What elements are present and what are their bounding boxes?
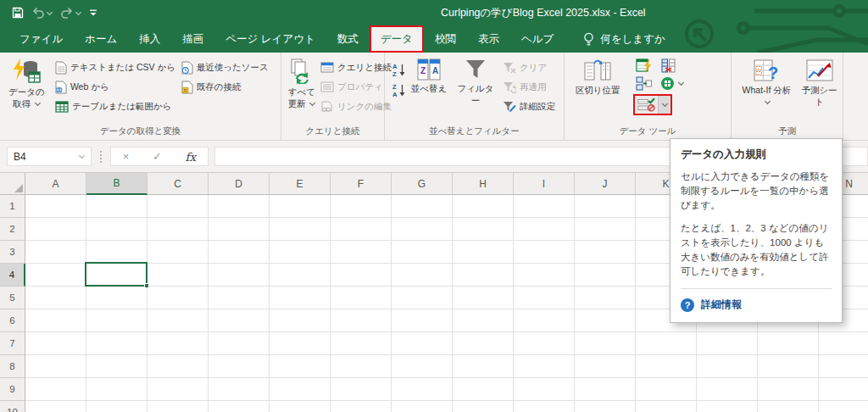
ribbon-group-data-tools: 区切り位置 (565, 53, 732, 140)
row-header-10[interactable]: 10 (0, 401, 25, 412)
group-label-data-tools: データ ツール (565, 125, 731, 137)
filter-label: フィルター (454, 83, 497, 106)
clear-filter-button[interactable]: クリア (503, 60, 555, 75)
tell-me-label: 何をしますか (600, 32, 665, 47)
group-label-forecast: 予測 (732, 125, 843, 137)
properties-button[interactable]: プロパティ (320, 80, 392, 94)
column-header-j[interactable]: J (575, 173, 636, 195)
consolidate-button[interactable] (636, 76, 652, 91)
chevron-down-icon (79, 153, 85, 159)
select-all-corner[interactable] (0, 173, 25, 195)
tab-formulas[interactable]: 数式 (326, 25, 370, 53)
what-if-analysis-button[interactable]: ? What-If 分析 (736, 55, 798, 123)
svg-text:Z: Z (420, 66, 426, 75)
tell-me-search[interactable]: 何をしますか (576, 25, 671, 53)
from-table-range-label: テーブルまたは範囲から (72, 101, 171, 113)
svg-text:A: A (392, 90, 398, 97)
tab-file[interactable]: ファイル (8, 25, 74, 53)
enter-button[interactable]: ✓ (153, 151, 162, 162)
row-header-5[interactable]: 5 (0, 287, 25, 309)
selected-cell-b4[interactable] (85, 262, 147, 287)
from-web-button[interactable]: Web から (55, 80, 176, 94)
edit-links-button[interactable]: リンクの編集 (320, 99, 392, 114)
tab-home[interactable]: ホーム (74, 25, 128, 53)
tab-help[interactable]: ヘルプ (510, 25, 565, 53)
from-text-csv-label: テキストまたは CSV から (70, 62, 175, 74)
flash-fill-icon (636, 58, 652, 73)
column-header-d[interactable]: D (209, 173, 270, 195)
row-header-7[interactable]: 7 (0, 332, 25, 355)
recent-sources-icon (181, 61, 193, 75)
column-header-c[interactable]: C (147, 173, 209, 195)
data-validation-tooltip: データの入力規則 セルに入力できるデータの種類を制限するルールを一覧の中から選び… (670, 138, 843, 323)
from-web-label: Web から (70, 81, 109, 93)
tab-data[interactable]: データ (370, 25, 424, 53)
queries-connections-button[interactable]: クエリと接続 (320, 60, 392, 75)
redo-icon (60, 7, 74, 19)
undo-icon (31, 7, 45, 19)
text-csv-file-icon (55, 61, 67, 75)
formula-bar-separator (100, 151, 102, 163)
sort-ascending-button[interactable]: A Z (392, 62, 406, 76)
redo-button[interactable] (60, 7, 81, 19)
filter-button[interactable]: フィルター (452, 55, 499, 123)
flash-fill-button[interactable] (636, 58, 652, 73)
tab-view[interactable]: 表示 (467, 25, 510, 53)
what-if-analysis-icon: ? (754, 58, 781, 82)
text-to-columns-button[interactable]: 区切り位置 (568, 55, 627, 123)
column-header-b[interactable]: B (86, 173, 147, 195)
recent-sources-button[interactable]: 最近使ったソース (181, 60, 279, 75)
forecast-sheet-button[interactable]: 予測シート (798, 55, 841, 123)
row-header-4[interactable]: 4 (0, 264, 25, 287)
cancel-button[interactable]: × (123, 151, 130, 162)
insert-function-button[interactable]: fx (186, 150, 197, 164)
reapply-filter-button[interactable]: 再適用 (503, 80, 555, 94)
from-table-range-button[interactable]: テーブルまたは範囲から (55, 99, 176, 114)
edit-links-label: リンクの編集 (337, 101, 392, 113)
tab-page-layout[interactable]: ページ レイアウト (214, 25, 326, 53)
column-header-g[interactable]: G (392, 173, 453, 195)
from-text-csv-button[interactable]: テキストまたは CSV から (55, 60, 176, 75)
forecast-sheet-label: 予測シート (801, 85, 838, 108)
tab-insert[interactable]: 挿入 (128, 25, 171, 53)
get-data-icon (12, 58, 41, 84)
column-header-i[interactable]: I (514, 173, 575, 195)
row-header-8[interactable]: 8 (0, 355, 25, 378)
column-header-f[interactable]: F (331, 173, 392, 195)
reapply-filter-label: 再適用 (520, 81, 547, 93)
remove-duplicates-button[interactable] (660, 58, 676, 73)
undo-button[interactable] (31, 7, 53, 19)
row-header-2[interactable]: 2 (0, 218, 25, 241)
column-header-a[interactable]: A (25, 173, 86, 195)
recent-sources-label: 最近使ったソース (197, 62, 269, 74)
lightbulb-icon (583, 32, 594, 47)
save-button[interactable] (12, 7, 24, 19)
column-header-e[interactable]: E (270, 173, 331, 195)
tell-me-more-link[interactable]: ? 詳細情報 (681, 298, 832, 312)
customize-quick-access-button[interactable] (89, 9, 97, 17)
data-validation-button[interactable] (635, 96, 658, 114)
forecast-sheet-icon (806, 58, 833, 82)
row-header-1[interactable]: 1 (0, 195, 25, 218)
row-header-3[interactable]: 3 (0, 241, 25, 264)
tab-draw[interactable]: 描画 (171, 25, 214, 53)
fill-handle[interactable] (144, 283, 149, 288)
help-question-icon: ? (681, 298, 694, 312)
name-box[interactable]: B4 (7, 147, 92, 166)
existing-connections-button[interactable]: 既存の接続 (181, 80, 279, 94)
refresh-all-button[interactable]: すべて更新 (285, 55, 319, 123)
tab-review[interactable]: 校閲 (424, 25, 467, 53)
advanced-filter-button[interactable]: 詳細設定 (503, 99, 555, 114)
get-data-button[interactable]: データの取得 (3, 55, 50, 123)
row-header-6[interactable]: 6 (0, 309, 25, 332)
sort-descending-button[interactable]: Z A (392, 82, 406, 97)
sort-za-descending-icon: Z A (392, 83, 406, 97)
row-header-9[interactable]: 9 (0, 378, 25, 401)
data-validation-icon (637, 97, 655, 112)
group-label-sort-filter: 並べ替えとフィルター (385, 125, 564, 137)
data-validation-dropdown-button[interactable] (658, 96, 670, 114)
data-model-button[interactable] (660, 76, 684, 91)
sort-button[interactable]: Z A 並べ替え (406, 55, 452, 123)
chevron-down-icon (765, 99, 771, 105)
column-header-h[interactable]: H (453, 173, 514, 195)
